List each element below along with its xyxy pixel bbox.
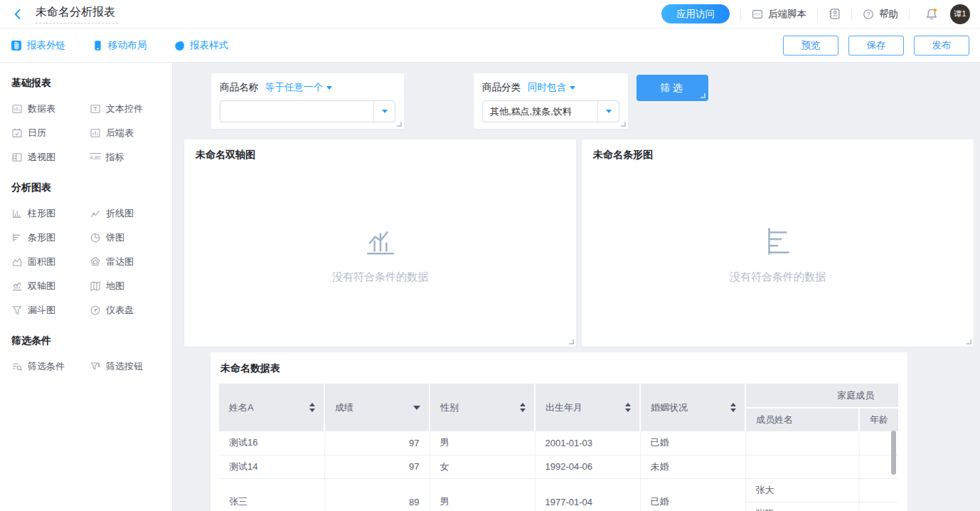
- column-header-birth[interactable]: 出生年月: [535, 384, 640, 431]
- data-table-panel[interactable]: 未命名数据表 姓名A 成绩 性别: [211, 352, 907, 511]
- sidebar-item-filter-condition[interactable]: 筛选条件: [11, 360, 90, 373]
- backend-script-button[interactable]: </> 后端脚本: [752, 8, 806, 21]
- report-style-button[interactable]: 报表样式: [174, 39, 228, 52]
- sidebar-item-label: 透视图: [28, 151, 55, 164]
- sort-control[interactable]: [730, 403, 736, 412]
- column-header-age[interactable]: 年龄: [859, 408, 898, 431]
- back-button[interactable]: [10, 6, 26, 22]
- sidebar-item-funnel-chart[interactable]: 漏斗图: [11, 304, 90, 317]
- resize-handle[interactable]: [701, 93, 705, 98]
- sidebar-item-column-chart[interactable]: 柱形图: [11, 207, 90, 220]
- gauge-icon: [90, 305, 101, 316]
- divider: [909, 9, 910, 20]
- avatar[interactable]: 谭1: [950, 4, 970, 24]
- sort-desc-icon[interactable]: [413, 406, 420, 410]
- sidebar-item-label: 地图: [106, 280, 124, 293]
- sidebar-item-calendar[interactable]: 日历: [11, 127, 90, 139]
- sort-control[interactable]: [625, 403, 631, 412]
- table-row[interactable]: 测试14 97 女 1992-04-06 未婚: [219, 455, 898, 478]
- mobile-layout-label: 移动布局: [108, 39, 147, 52]
- column-header-score[interactable]: 成绩: [324, 384, 430, 431]
- save-button[interactable]: 保存: [848, 36, 904, 56]
- resize-handle[interactable]: [966, 339, 971, 344]
- sort-control[interactable]: [309, 403, 315, 412]
- cell-score: 97: [324, 431, 430, 455]
- publish-button[interactable]: 发布: [914, 36, 969, 56]
- table-row[interactable]: 测试16 97 男 2001-01-03 已婚: [219, 431, 898, 455]
- cell-member-name: 张大: [745, 478, 859, 502]
- table-row[interactable]: 张三 89 男 1977-01-04 已婚 张大: [219, 478, 898, 502]
- column-header-marital[interactable]: 婚姻状况: [640, 384, 745, 431]
- report-style-label: 报表样式: [190, 39, 228, 52]
- sort-control[interactable]: [520, 403, 526, 412]
- sidebar-item-line-chart[interactable]: 折线图: [90, 207, 168, 220]
- empty-state: 没有符合条件的数据: [582, 223, 974, 284]
- filter-operator-label: 等于任意一个: [265, 81, 323, 94]
- sidebar-item-map[interactable]: 地图: [90, 280, 168, 293]
- resize-handle[interactable]: [397, 122, 402, 127]
- sidebar-item-label: 日历: [28, 127, 46, 139]
- resize-handle[interactable]: [621, 122, 626, 127]
- sidebar-item-pivot[interactable]: 透视图: [11, 151, 90, 164]
- sidebar-item-label: 仪表盘: [106, 304, 134, 317]
- filter-button-icon: [90, 361, 101, 372]
- column-header-member-name[interactable]: 成员姓名: [745, 408, 859, 431]
- sidebar-item-gauge[interactable]: 仪表盘: [90, 304, 168, 317]
- top-header: 未命名分析报表 应用访问 </> 后端脚本: [0, 0, 980, 28]
- filter-widget-product-name[interactable]: 商品名称 等于任意一个: [211, 73, 404, 129]
- sidebar-item-label: 双轴图: [28, 280, 55, 293]
- sidebar-item-label: 筛选按钮: [106, 360, 143, 373]
- apply-filter-button[interactable]: 筛选: [637, 75, 708, 101]
- empty-state: 没有符合条件的数据: [184, 223, 576, 284]
- chevron-down-icon[interactable]: [597, 101, 619, 122]
- sidebar-item-pie-chart[interactable]: 饼图: [90, 231, 168, 244]
- area-chart-icon: [11, 256, 23, 268]
- app-access-button[interactable]: 应用访问: [661, 4, 730, 23]
- dual-axis-chart-panel[interactable]: 未命名双轴图 没有符合条件的数据: [184, 139, 576, 347]
- section-title-analysis-charts: 分析图表: [11, 181, 172, 194]
- filter-widget-product-category[interactable]: 商品分类 同时包含 其他,糕点,辣条,饮料: [474, 73, 628, 129]
- bar-chart-panel[interactable]: 未命名条形图 没有符合条件的数据: [582, 139, 974, 347]
- filter-operator-dropdown[interactable]: 同时包含: [528, 81, 575, 94]
- column-header-gender[interactable]: 性别: [430, 384, 535, 431]
- filter-value-select[interactable]: [220, 100, 395, 122]
- sidebar-item-dual-axis-chart[interactable]: 双轴图: [11, 280, 90, 293]
- sidebar-item-radar-chart[interactable]: 雷达图: [90, 256, 168, 268]
- external-link-button[interactable]: 报表外链: [11, 39, 65, 52]
- table-vertical-scrollbar[interactable]: [891, 431, 896, 475]
- mobile-layout-button[interactable]: 移动布局: [92, 39, 147, 52]
- indicator-icon: 4,80: [90, 153, 101, 162]
- help-button[interactable]: ? 帮助: [863, 8, 898, 21]
- sidebar-item-bar-chart[interactable]: 条形图: [11, 231, 90, 244]
- filter-operator-dropdown[interactable]: 等于任意一个: [265, 81, 332, 94]
- sidebar-item-filter-button[interactable]: 筛选按钮: [90, 360, 168, 373]
- cell-gender: 男: [430, 431, 535, 455]
- column-header-name[interactable]: 姓名A: [219, 384, 324, 431]
- section-title-filter-conditions: 筛选条件: [11, 334, 172, 347]
- sidebar-item-label: 数据表: [28, 102, 55, 115]
- widget-sidebar: 基础报表 数据表 文本控件 日历: [0, 63, 173, 511]
- filter-value-select[interactable]: 其他,糕点,辣条,饮料: [482, 100, 619, 122]
- sidebar-item-area-chart[interactable]: 面积图: [11, 256, 90, 268]
- cell-gender: 女: [430, 455, 535, 478]
- preview-button[interactable]: 预览: [783, 36, 838, 56]
- resize-handle[interactable]: [569, 339, 574, 344]
- chevron-down-icon[interactable]: [373, 101, 395, 122]
- sidebar-item-label: 漏斗图: [28, 304, 55, 317]
- contacts-button[interactable]: [829, 8, 841, 20]
- notification-dot: [933, 9, 936, 11]
- cell-member-name: 张晓: [745, 502, 859, 511]
- page-title[interactable]: 未命名分析报表: [36, 5, 118, 23]
- mobile-icon: [92, 40, 103, 51]
- sidebar-item-backend-table[interactable]: 后端表: [90, 127, 168, 139]
- sidebar-item-data-table[interactable]: 数据表: [11, 102, 90, 115]
- sidebar-item-indicator[interactable]: 4,80 指标: [90, 151, 168, 164]
- report-toolbar: 报表外链 移动布局 报表样式 预览 保存 发布: [0, 28, 980, 63]
- filter-label: 商品名称: [220, 81, 258, 94]
- cell-marital: 已婚: [640, 478, 745, 511]
- sidebar-item-text-widget[interactable]: 文本控件: [90, 102, 168, 115]
- divider: [851, 9, 852, 20]
- notifications-button[interactable]: [925, 7, 939, 21]
- sidebar-item-label: 条形图: [28, 231, 55, 244]
- cell-marital: 未婚: [640, 455, 745, 478]
